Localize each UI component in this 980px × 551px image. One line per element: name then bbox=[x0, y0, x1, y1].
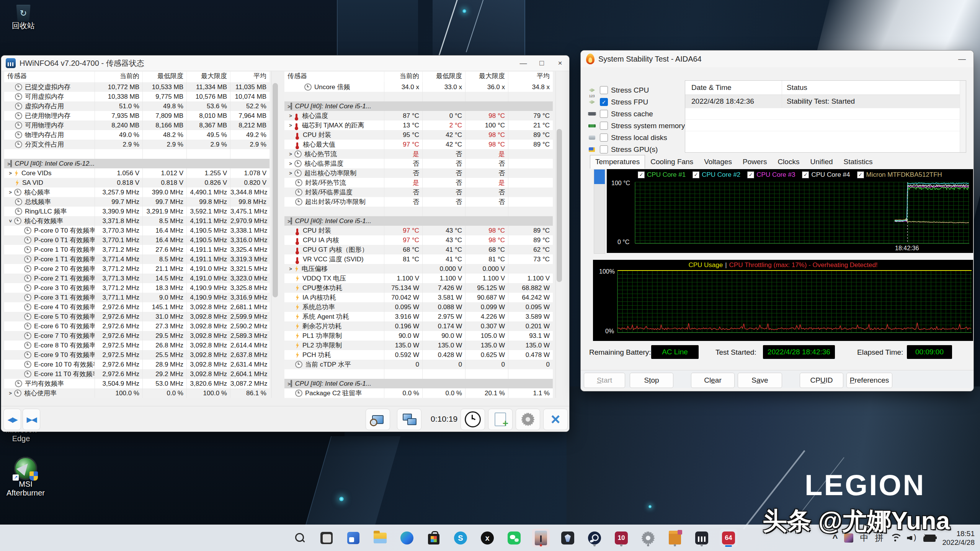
sensor-row[interactable]: 平均有效频率3,504.9 MHz53.0 MHz3,820.6 MHz3,08… bbox=[4, 379, 270, 388]
preferences-button[interactable]: Preferences bbox=[846, 373, 892, 388]
sensor-row[interactable]: 剩余芯片功耗0.196 W0.174 W0.307 W0.201 W bbox=[284, 321, 553, 331]
sensor-row[interactable]: 封装/环热节流是否是 bbox=[284, 178, 553, 187]
graph-scrollbar[interactable] bbox=[594, 169, 605, 254]
sensor-row[interactable]: >核心有效频率3,371.8 MHz8.5 MHz4,191.1 MHz2,97… bbox=[4, 216, 270, 226]
taskbar-search-button[interactable] bbox=[291, 529, 309, 547]
system-summary-button[interactable] bbox=[366, 409, 390, 430]
sensor-row[interactable]: P-core 0 T0 有效频率3,770.3 MHz16.4 MHz4,190… bbox=[4, 226, 270, 235]
sensor-row[interactable]: E-core 11 T0 有效频率2,972.6 MHz29.2 MHz3,09… bbox=[4, 369, 270, 379]
stress-option[interactable]: 123✓Stress FPU bbox=[587, 96, 685, 108]
sensor-row[interactable]: CPU 封装95 °C42 °C98 °C89 °C bbox=[284, 130, 553, 140]
sensor-row[interactable]: CPU整体功耗75.134 W7.426 W95.125 W68.882 W bbox=[284, 283, 553, 293]
sensor-row[interactable]: 当前 cTDP 水平0000 bbox=[284, 360, 553, 369]
logging-button[interactable] bbox=[488, 409, 513, 430]
column-header[interactable]: 平均 bbox=[508, 72, 553, 82]
tab-cooling-fans[interactable]: Cooling Fans bbox=[645, 155, 699, 169]
log-row[interactable]: 2022/4/28 18:42:36 Stability Test: Start… bbox=[685, 95, 966, 108]
minimize-icon[interactable]: — bbox=[958, 55, 966, 64]
sensor-row[interactable]: PL2 功率限制135.0 W135.0 W135.0 W135.0 W bbox=[284, 341, 553, 350]
start-button[interactable]: Start bbox=[584, 373, 625, 388]
sensor-row[interactable]: SA VID0.818 V0.818 V0.826 V0.820 V bbox=[4, 178, 270, 187]
sensor-row[interactable]: >核心使用率100.0 %0.0 %100.0 %86.1 % bbox=[4, 388, 270, 398]
ime-shape-indicator[interactable]: 拼 bbox=[875, 532, 883, 544]
sensor-row[interactable]: E-core 9 T0 有效频率2,972.5 MHz25.5 MHz3,092… bbox=[4, 350, 270, 360]
stop-button[interactable]: Stop bbox=[630, 373, 673, 388]
sensor-row[interactable]: PL1 功率限制90.0 W90.0 W105.0 W93.1 W bbox=[284, 331, 553, 341]
tab-unified[interactable]: Unified bbox=[805, 155, 838, 169]
column-header[interactable]: 传感器 bbox=[284, 72, 384, 82]
stress-option[interactable]: Stress local disks bbox=[587, 132, 685, 143]
checkbox[interactable] bbox=[600, 86, 608, 94]
sensor-row[interactable]: P-core 3 T0 有效频率3,771.2 MHz18.3 MHz4,190… bbox=[4, 283, 270, 293]
wifi-icon[interactable] bbox=[890, 534, 900, 542]
sensor-section-row[interactable]: >CPU [#0]: Intel Core i5-1... bbox=[284, 379, 553, 388]
remote-monitoring-button[interactable] bbox=[397, 409, 421, 430]
sensor-row[interactable]: >核心临界温度否否否 bbox=[284, 159, 553, 168]
sensor-row[interactable]: 系统总功率0.095 W0.088 W0.099 W0.095 W bbox=[284, 302, 553, 312]
taskbar-settings-button[interactable] bbox=[639, 529, 657, 547]
sensor-row[interactable]: P-core 1 T1 有效频率3,771.4 MHz8.5 MHz4,191.… bbox=[4, 254, 270, 264]
sensor-row[interactable]: Package C2 驻留率0.0 %0.0 %20.1 %1.1 % bbox=[284, 388, 553, 398]
column-header[interactable]: 最低限度 bbox=[422, 72, 465, 82]
sensor-row[interactable]: PCH 功耗0.592 W0.428 W0.625 W0.478 W bbox=[284, 350, 553, 360]
legend-item[interactable]: ✓CPU Core #2 bbox=[693, 171, 740, 179]
sensor-row[interactable]: >Core VIDs1.056 V1.012 V1.255 V1.078 V bbox=[4, 168, 270, 178]
taskbar-win10-button[interactable]: 10 bbox=[612, 529, 630, 547]
stress-option[interactable]: Stress system memory bbox=[587, 120, 685, 132]
sensor-row[interactable]: E-core 5 T0 有效频率2,972.6 MHz31.0 MHz3,092… bbox=[4, 312, 270, 321]
sensor-row[interactable]: P-core 1 T0 有效频率3,771.2 MHz27.6 MHz4,191… bbox=[4, 245, 270, 254]
column-header[interactable]: 平均 bbox=[230, 72, 270, 82]
sensor-row[interactable]: 分页文件占用2.9 %2.9 %2.9 %2.9 % bbox=[4, 140, 270, 149]
volume-icon[interactable] bbox=[907, 534, 917, 542]
legend-item[interactable]: ✓CPU Core #4 bbox=[802, 171, 850, 179]
sensor-row[interactable]: >核心温度87 °C0 °C98 °C79 °C bbox=[284, 111, 553, 121]
sensor-section-row[interactable]: >CPU [#0]: Intel Core i5-1... bbox=[284, 101, 553, 111]
sensor-row[interactable]: P-core 2 T1 有效频率3,771.3 MHz14.5 MHz4,191… bbox=[4, 274, 270, 283]
taskbar-legion-button[interactable] bbox=[559, 529, 577, 547]
sensor-row[interactable]: 核心最大值97 °C42 °C98 °C89 °C bbox=[284, 140, 553, 149]
hwinfo-mid-scrollbar[interactable] bbox=[271, 72, 279, 398]
sensor-section-row[interactable]: >CPU [#0]: Intel Core i5-1... bbox=[284, 216, 553, 226]
sensor-row[interactable]: P-core 3 T1 有效频率3,771.1 MHz9.0 MHz4,190.… bbox=[4, 293, 270, 302]
msi-afterburner-icon[interactable]: ↗ MSI Afterburner bbox=[5, 457, 47, 497]
taskbar-photos-button[interactable] bbox=[532, 529, 550, 547]
tab-clocks[interactable]: Clocks bbox=[772, 155, 805, 169]
legend-item[interactable]: ✓CPU Core #1 bbox=[638, 171, 686, 179]
cpuid-button[interactable]: CPUID bbox=[800, 373, 843, 388]
sensor-row[interactable]: 已提交虚拟内存10,772 MB10,533 MB11,334 MB11,035… bbox=[4, 82, 270, 92]
sensor-row[interactable]: VDDQ TX 电压1.100 V1.100 V1.100 V1.100 V bbox=[284, 274, 553, 283]
checkbox[interactable] bbox=[600, 122, 608, 130]
tab-temperatures[interactable]: Temperatures bbox=[590, 155, 645, 169]
ime-mode-indicator[interactable]: 中 bbox=[860, 532, 868, 544]
checkbox[interactable] bbox=[600, 145, 608, 153]
sensor-row[interactable]: Uncore 倍频34.0 x33.0 x36.0 x34.8 x bbox=[284, 82, 553, 92]
column-header[interactable]: 最低限度 bbox=[142, 72, 186, 82]
tab-statistics[interactable]: Statistics bbox=[838, 155, 878, 169]
sensor-row[interactable]: >电压偏移0.000 V0.000 V bbox=[284, 264, 553, 274]
sensor-row[interactable]: CPU IA 内核97 °C43 °C98 °C89 °C bbox=[284, 235, 553, 245]
taskbar-steam-button[interactable] bbox=[586, 529, 603, 547]
taskbar-edge-button[interactable] bbox=[398, 529, 416, 547]
stress-option[interactable]: Stress CPU bbox=[587, 84, 685, 96]
sensor-row[interactable]: Ring/LLC 频率3,390.9 MHz3,291.9 MHz3,592.1… bbox=[4, 207, 270, 216]
taskbar-explorer-button[interactable] bbox=[371, 529, 389, 547]
sensor-row[interactable]: 虚拟内存占用51.0 %49.8 %53.6 %52.2 % bbox=[4, 101, 270, 111]
sensor-section-row[interactable]: >CPU [#0]: Intel Core i5-12... bbox=[4, 159, 270, 168]
log-col-status[interactable]: Status bbox=[782, 81, 966, 95]
sensor-row[interactable]: >核心频率3,257.9 MHz399.0 MHz4,490.1 MHz3,34… bbox=[4, 187, 270, 197]
column-header[interactable]: 最大限度 bbox=[186, 72, 230, 82]
column-header[interactable]: 当前的 bbox=[384, 72, 422, 82]
sensor-row[interactable]: P-core 0 T1 有效频率3,770.1 MHz16.4 MHz4,190… bbox=[4, 235, 270, 245]
sensor-row[interactable]: CPU 封装97 °C43 °C98 °C89 °C bbox=[284, 226, 553, 235]
sensor-row[interactable]: 已使用物理内存7,935 MB7,809 MB8,010 MB7,964 MB bbox=[4, 111, 270, 121]
checkbox[interactable] bbox=[600, 134, 608, 142]
taskbar-taskview-button[interactable] bbox=[318, 529, 335, 547]
taskbar-widgets-button[interactable] bbox=[345, 529, 362, 547]
sensor-row[interactable]: 超出封装/环功率限制否否否 bbox=[284, 197, 553, 207]
taskbar-start-button[interactable] bbox=[264, 529, 282, 547]
sensor-row[interactable]: E-core 8 T0 有效频率2,972.5 MHz26.8 MHz3,092… bbox=[4, 341, 270, 350]
sensor-row[interactable]: 系统 Agent 功耗3.916 W2.975 W4.226 W3.589 W bbox=[284, 312, 553, 321]
stress-option[interactable]: Stress GPU(s) bbox=[587, 143, 685, 155]
tab-powers[interactable]: Powers bbox=[737, 155, 772, 169]
column-header[interactable]: 传感器 bbox=[4, 72, 95, 82]
